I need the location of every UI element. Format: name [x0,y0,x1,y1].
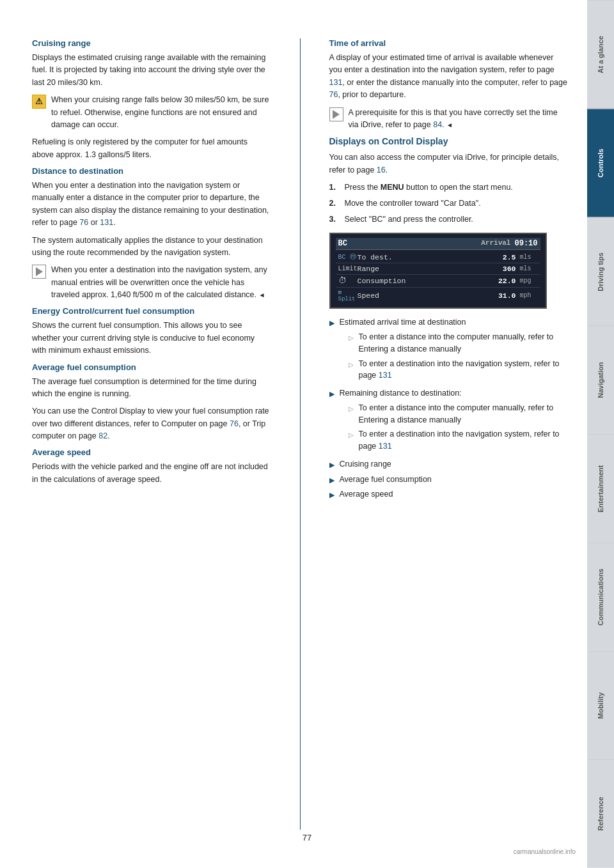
note-box-destination: When you enter a destination into the na… [32,264,271,301]
heading-displays-control: Displays on Control Display [329,136,569,146]
bc-value-range: 360 [503,265,516,273]
tab-controls[interactable]: Controls [587,109,614,217]
bottom-logo: carmanualsonline.info [514,848,576,855]
bc-unit-speed: mph [520,292,538,299]
bullet-remaining-distance: ▶ Remaining distance to destination: ▷ T… [329,387,569,455]
step-3-text: Select "BC" and press the controller. [345,213,473,226]
bc-arrival-value: 09:10 [514,239,537,248]
bc-value-consumption: 22.0 [498,277,516,285]
step-3: 3. Select "BC" and press the controller. [329,213,569,226]
displays-bullet-list: ▶ Estimated arrival time at destination … [329,316,569,500]
tab-driving-tips[interactable]: Driving tips [587,217,614,326]
distance-para2: The system automatically applies the dis… [32,235,271,260]
bc-icon-split: ⊠ Split [338,289,358,302]
bc-label-range: Range [358,265,503,273]
energy-para1: Shows the current fuel consumption. This… [32,320,271,357]
note-icon-arrival [329,107,343,121]
bullet-remaining-distance-text: Remaining distance to destination: [340,389,462,398]
section-time-of-arrival: Time of arrival A display of your estima… [329,38,569,131]
sub-text-arrival-1: To enter a distance into the computer ma… [359,331,569,355]
sub-triangle-a1: ▷ [349,333,355,355]
bullet-triangle-3: ▶ [329,460,336,470]
step-2-text: Move the controller toward "Car Data". [345,198,481,210]
step-3-num: 3. [329,213,340,226]
bc-arrival-label: Arrival [481,239,510,248]
bc-value-speed: 31.0 [498,291,516,300]
column-divider [300,38,301,830]
sub-bullet-arrival-2: ▷ To enter a destination into the naviga… [349,358,569,382]
link-76-dist[interactable]: 76 [79,218,88,227]
bullet-cruising-range-text: Cruising range [340,458,391,470]
step-1: 1. Press the MENU button to open the sta… [329,182,569,194]
warning-text-cruising: When your cruising range falls below 30 … [51,94,271,131]
step-1-num: 1. [329,182,340,194]
bc-display-header: BC Arrival 09:10 [336,238,540,250]
bullet-avg-speed: ▶ Average speed [329,488,569,500]
section-average-speed: Average speed Periods with the vehicle p… [32,447,271,486]
bullet-estimated-arrival-text: Estimated arrival time at destination [340,318,466,327]
bullet-avg-fuel-text: Average fuel consumption [340,474,432,486]
heading-energy-control: Energy Control/current fuel consumption [32,306,271,316]
link-82-fuel[interactable]: 82 [98,431,107,440]
tab-navigation[interactable]: Navigation [587,325,614,434]
section-displays-control: Displays on Control Display You can also… [329,136,569,500]
bc-icon-timer: ⏱ [338,276,358,286]
heading-average-speed: Average speed [32,447,271,457]
heading-average-fuel: Average fuel consumption [32,362,271,372]
sub-triangle-r2: ▷ [349,430,355,453]
link-131-dist[interactable]: 131 [100,218,113,227]
sub-bullet-remaining-2: ▷ To enter a destination into the naviga… [349,428,569,453]
note-icon-destination [32,265,46,279]
sub-triangle-a2: ▷ [349,360,355,382]
heading-cruising-range: Cruising range [32,38,271,48]
sub-list-arrival: ▷ To enter a distance into the computer … [349,331,569,382]
note-text-destination: When you enter a destination into the na… [51,264,271,301]
link-16-displays[interactable]: 16 [377,166,386,174]
cruising-range-para2: Refueling is only registered by the comp… [32,136,271,161]
bullet-remaining-distance-content: Remaining distance to destination: ▷ To … [340,387,569,455]
section-average-fuel: Average fuel consumption The average fue… [32,362,271,443]
bullet-avg-speed-text: Average speed [340,488,393,500]
bullet-triangle-4: ▶ [329,475,336,486]
bullet-estimated-arrival: ▶ Estimated arrival time at destination … [329,316,569,384]
link-76-arrival[interactable]: 76 [329,90,338,99]
step-1-text: Press the MENU button to open the start … [345,182,513,194]
page-number: 77 [303,833,311,842]
right-column: Time of arrival A display of your estima… [323,38,569,830]
step-2-num: 2. [329,198,340,210]
bc-unit-consumption: mpg [520,277,538,284]
bc-display: BC Arrival 09:10 BC ⓜ To dest. 2.5 mls L… [329,233,547,309]
bc-icon-bc: BC ⓜ [338,252,358,261]
link-131-arrival[interactable]: 131 [329,78,343,87]
average-speed-para1: Periods with the vehicle parked and the … [32,461,271,486]
bc-row-bc: BC ⓜ To dest. 2.5 mls [336,251,540,263]
note-text-arrival: A prerequisite for this is that you have… [349,107,569,132]
bc-unit-range: mls [520,265,538,272]
bullet-triangle-2: ▶ [329,389,336,455]
heading-distance-destination: Distance to destination [32,166,271,176]
note-box-arrival: A prerequisite for this is that you have… [329,107,569,132]
tab-reference[interactable]: Reference [587,759,614,868]
average-fuel-para2: You can use the Control Display to view … [32,405,271,442]
tab-entertainment[interactable]: Entertainment [587,434,614,543]
link-84-arrival[interactable]: 84 [433,120,442,129]
sub-bullet-remaining-1: ▷ To enter a distance into the computer … [349,402,569,426]
sub-text-remaining-2: To enter a destination into the navigati… [359,428,569,453]
displays-steps-list: 1. Press the MENU button to open the sta… [329,182,569,225]
tab-mobility[interactable]: Mobility [587,651,614,760]
bc-label-consumption: Consumption [358,277,498,285]
tab-communications[interactable]: Communications [587,543,614,651]
cruising-range-para1: Displays the estimated cruising range av… [32,52,271,89]
bullet-cruising-range: ▶ Cruising range [329,458,569,470]
tab-at-glance[interactable]: At a glance [587,0,614,109]
link-76-fuel[interactable]: 76 [230,419,239,428]
bc-label-speed: Speed [358,291,498,300]
sub-list-remaining: ▷ To enter a distance into the computer … [349,402,569,453]
displays-intro: You can also access the computer via iDr… [329,151,569,176]
link-131-remain[interactable]: 131 [379,442,392,451]
bullet-estimated-arrival-content: Estimated arrival time at destination ▷ … [340,316,569,384]
bullet-avg-fuel: ▶ Average fuel consumption [329,474,569,486]
distance-para1: When you enter a destination into the na… [32,180,271,229]
link-131-bullet[interactable]: 131 [379,371,392,380]
average-fuel-para1: The average fuel consumption is determin… [32,376,271,401]
